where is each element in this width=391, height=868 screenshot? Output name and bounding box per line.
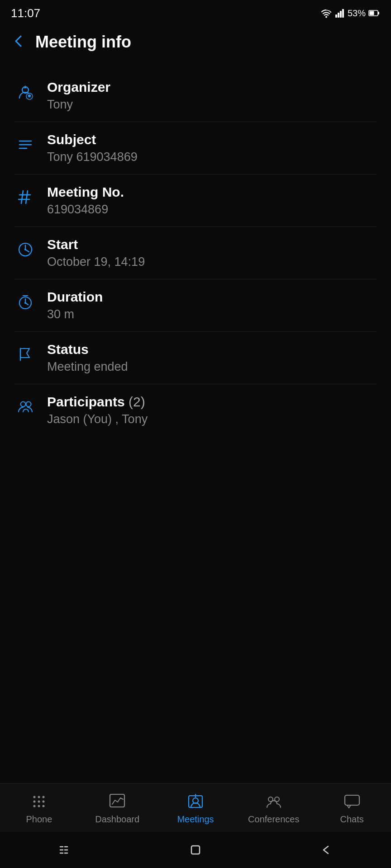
svg-point-25 [21,402,26,407]
status-text: Status Meeting ended [47,342,128,374]
meetings-nav-icon [186,792,205,811]
meeting-no-label: Meeting No. [47,184,124,200]
system-nav [0,832,391,868]
status-item: Status Meeting ended [0,332,391,384]
meeting-no-icon [14,186,36,208]
status-bar: 11:07 53% [0,0,391,24]
wifi-icon [320,8,332,18]
svg-rect-42 [345,795,359,805]
subject-icon [14,134,36,156]
phone-nav-icon [29,792,49,811]
status-icon [14,344,36,365]
nav-meetings[interactable]: Meetings [157,792,235,825]
start-item: Start October 19, 14:19 [0,227,391,279]
home-button[interactable] [182,841,209,859]
svg-rect-36 [110,794,124,807]
nav-conferences-label: Conferences [248,814,299,825]
svg-rect-2 [340,11,342,18]
chats-nav-icon [342,792,362,811]
nav-phone[interactable]: Phone [0,792,78,825]
svg-point-28 [38,796,40,798]
duration-label: Duration [47,289,103,305]
organizer-icon [14,81,36,103]
nav-chats-label: Chats [340,814,363,825]
bottom-nav: Phone Dashboard Meetings [0,783,391,832]
participants-value: Jason (You) , Tony [47,412,148,426]
page-title: Meeting info [35,33,131,52]
svg-point-27 [33,796,36,798]
duration-text: Duration 30 m [47,289,103,321]
svg-rect-0 [335,14,337,18]
nav-chats[interactable]: Chats [313,792,391,825]
svg-point-34 [38,805,40,807]
nav-conferences[interactable]: Conferences [234,792,313,825]
svg-point-26 [26,402,31,407]
start-icon [14,239,36,260]
svg-line-12 [21,191,23,203]
participants-count: (2) [129,394,145,409]
recent-apps-button[interactable] [52,841,79,859]
back-system-button[interactable] [312,841,339,859]
duration-value: 30 m [47,307,103,321]
meeting-no-value: 619034869 [47,203,124,217]
organizer-label: Organizer [47,80,110,95]
participants-text: Participants (2) Jason (You) , Tony [47,394,148,426]
meeting-no-item: Meeting No. 619034869 [0,175,391,226]
participants-icon [14,396,36,418]
duration-icon [14,291,36,313]
svg-rect-1 [338,13,339,18]
subject-value: Tony 619034869 [47,150,138,164]
svg-point-31 [38,801,40,803]
svg-point-35 [43,805,45,807]
header: Meeting info [0,24,391,62]
svg-point-30 [33,801,36,803]
organizer-item: Organizer Tony [0,70,391,122]
participants-item: Participants (2) Jason (You) , Tony [0,384,391,436]
status-icons: 53% [320,8,380,19]
subject-item: Subject Tony 619034869 [0,122,391,174]
start-label: Start [47,237,145,252]
participants-label: Participants (2) [47,394,148,410]
battery-icon [368,8,380,18]
svg-line-13 [26,191,28,203]
status-label: Status [47,342,128,357]
nav-phone-label: Phone [26,814,52,825]
subject-text: Subject Tony 619034869 [47,132,138,164]
back-button[interactable] [11,33,26,51]
svg-point-33 [33,805,36,807]
svg-point-24 [24,302,26,304]
organizer-value: Tony [47,98,110,112]
dashboard-nav-icon [107,792,127,811]
start-value: October 19, 14:19 [47,255,145,269]
svg-rect-3 [342,9,344,18]
svg-rect-6 [370,11,374,15]
start-text: Start October 19, 14:19 [47,237,145,269]
status-time: 11:07 [11,6,40,20]
nav-meetings-label: Meetings [177,814,214,825]
signal-icon [335,8,345,18]
svg-point-29 [43,796,45,798]
nav-dashboard[interactable]: Dashboard [78,792,157,825]
duration-item: Duration 30 m [0,279,391,331]
status-value: Meeting ended [47,360,128,374]
subject-label: Subject [47,132,138,147]
svg-point-19 [24,249,26,250]
svg-rect-5 [378,12,379,14]
battery-text: 53% [348,8,366,19]
organizer-text: Organizer Tony [47,80,110,112]
svg-rect-49 [191,846,200,854]
meeting-info-content: Organizer Tony Subject Tony 619034869 [0,62,391,443]
conferences-nav-icon [264,792,284,811]
nav-dashboard-label: Dashboard [95,814,139,825]
meeting-no-text: Meeting No. 619034869 [47,184,124,217]
svg-point-32 [43,801,45,803]
